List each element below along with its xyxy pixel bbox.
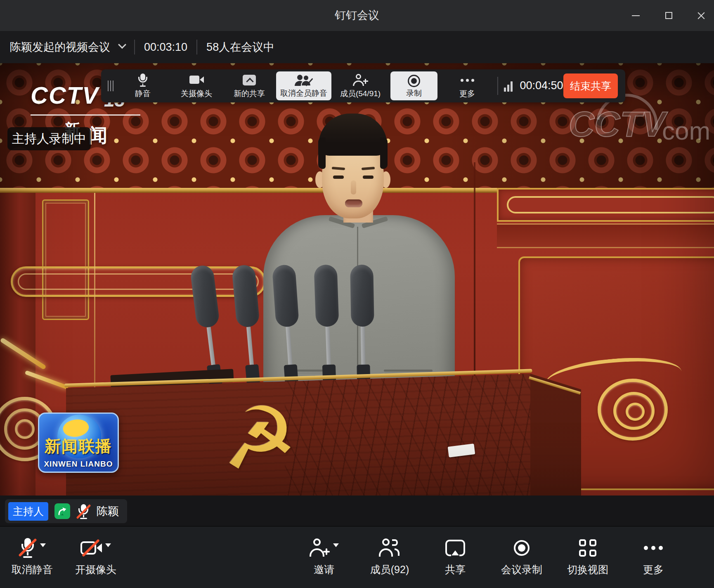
meeting-title[interactable]: 陈颖发起的视频会议 [10, 40, 110, 55]
dropdown-arrow-icon[interactable] [105, 543, 111, 547]
person-add-icon [309, 538, 330, 557]
camera-on-button[interactable]: 开摄像头 [61, 526, 131, 588]
more-button[interactable]: 更多 [618, 526, 688, 588]
participant-count: 58人在会议中 [206, 40, 274, 55]
close-icon [697, 11, 706, 20]
toolbar-drag-handle[interactable] [105, 78, 116, 93]
unmute-all-button[interactable]: 取消全员静音 [276, 71, 331, 100]
record-button[interactable]: 录制 [390, 71, 437, 100]
dropdown-arrow-icon[interactable] [333, 543, 339, 547]
minimize-icon [632, 15, 640, 16]
muted-microphone-icon [19, 538, 37, 558]
network-signal-icon [504, 80, 516, 92]
meeting-record-button[interactable]: 会议录制 [487, 526, 557, 588]
host-recording-badge: 主持人录制中 [7, 127, 91, 150]
door-panel [497, 188, 714, 222]
screen-sharing-icon [54, 503, 70, 519]
microphone-icon [137, 74, 149, 87]
camera-off-icon [80, 540, 102, 556]
minimize-button[interactable] [623, 0, 648, 31]
divider [497, 77, 498, 95]
members-button[interactable]: 成员(54/91) [338, 72, 383, 100]
meeting-info-bar: 陈颖发起的视频会议 00:03:10 58人在会议中 [0, 31, 714, 63]
share-floating-toolbar: 静音 关摄像头 新的共享 取消全员静音 成员(54/91) 录制 [101, 69, 625, 102]
new-share-button[interactable]: 新的共享 [228, 72, 271, 100]
share-duration: 00:04:50 [519, 79, 564, 92]
xinwen-lianbo-logo: 新闻联播 XINWEN LIANBO [38, 413, 119, 473]
switch-view-button[interactable]: 切换视图 [553, 526, 623, 588]
person-add-icon [352, 74, 368, 87]
chevron-down-icon[interactable] [118, 40, 126, 49]
more-button[interactable]: 更多 [446, 72, 489, 100]
mute-button[interactable]: 静音 [121, 72, 164, 100]
unmute-button[interactable]: 取消静音 [0, 526, 67, 588]
door-panel [42, 199, 89, 320]
party-emblem-icon: ☭ [219, 394, 299, 482]
divider [134, 40, 135, 55]
speaker-name: 陈颖 [97, 504, 119, 519]
screen-share-icon [445, 540, 465, 556]
bottom-toolbar: 取消静音 开摄像头 邀请 成员(92) 共享 会议录制 切换视图 [0, 526, 714, 588]
divider [196, 40, 197, 55]
speaker-chip: 主持人 陈颖 [5, 499, 127, 523]
maximize-button[interactable] [656, 0, 681, 31]
dingtalk-meeting-window: 钉钉会议 陈颖发起的视频会议 00:03:10 58人在会议中 [0, 0, 714, 588]
unmute-all-icon [295, 74, 313, 88]
dropdown-arrow-icon[interactable] [40, 543, 46, 547]
more-dots-icon [644, 546, 663, 550]
members-button[interactable]: 成员(92) [355, 526, 425, 588]
camera-off-button[interactable]: 关摄像头 [175, 72, 218, 100]
members-icon [379, 538, 400, 557]
door-gold-motif [11, 266, 266, 297]
record-icon [408, 74, 420, 88]
host-badge: 主持人 [8, 502, 48, 521]
shared-screen-video: ☭ CCTV 13 新 闻 主持人录制中 CCTV com 新闻联播 XINWE… [0, 63, 714, 496]
window-title: 钉钉会议 [0, 0, 714, 31]
maximize-icon [665, 12, 672, 19]
more-dots-icon [461, 74, 474, 87]
share-button[interactable]: 共享 [420, 526, 490, 588]
meeting-duration: 00:03:10 [144, 41, 187, 54]
record-icon [514, 540, 530, 556]
grid-view-icon [579, 539, 596, 557]
title-bar: 钉钉会议 [0, 0, 714, 31]
screen-share-icon [243, 74, 256, 87]
muted-microphone-icon [76, 503, 90, 519]
end-share-button[interactable]: 结束共享 [563, 74, 618, 98]
cctv-com-watermark: CCTV com [569, 98, 709, 147]
invite-button[interactable]: 邀请 [289, 526, 359, 588]
camera-icon [189, 74, 204, 87]
speaker-name-bar: 主持人 陈颖 [0, 496, 714, 526]
close-button[interactable] [688, 0, 714, 31]
